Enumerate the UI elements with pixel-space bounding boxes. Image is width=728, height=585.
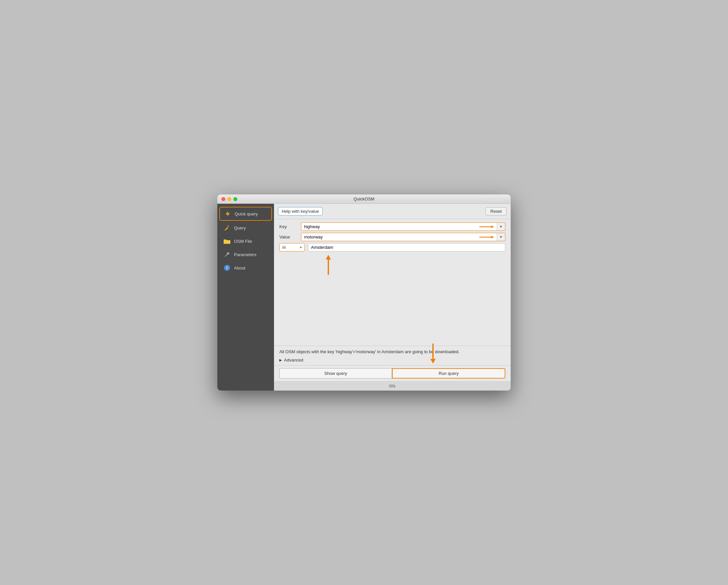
minimize-button[interactable] [227,197,231,201]
spacer [274,278,511,346]
buttons-section: Show query Run query [274,365,511,381]
up-arrow-annotation [326,255,331,275]
advanced-label: Advanced [284,358,303,362]
sidebar-item-osm-file[interactable]: OSM File [219,235,272,248]
sidebar-label-about: About [234,265,245,271]
key-input[interactable] [301,223,505,231]
value-label: Value [279,234,298,239]
window-body: Quick query Query [217,204,511,390]
folder-icon [223,237,231,245]
info-circle: i [224,265,230,271]
location-row: In Around Extent Not in ▼ [279,243,505,252]
sidebar-item-parameters[interactable]: Parameters [219,248,272,261]
location-input[interactable] [308,243,505,252]
window-controls [221,197,237,201]
description-area: All OSM objects with the key 'highway'='… [274,346,511,365]
svg-marker-11 [430,359,436,363]
maximize-button[interactable] [233,197,237,201]
sidebar-label-quick-query: Quick query [235,211,258,217]
value-input[interactable] [301,233,505,241]
key-row: Key ▼ [279,223,505,231]
svg-rect-10 [432,344,434,359]
window-title: QuickOSM [354,197,375,201]
wrench-icon [223,251,231,258]
run-query-button[interactable]: Run query [392,368,505,379]
svg-marker-0 [226,211,230,217]
value-input-wrapper: ▼ [301,233,505,241]
advanced-row[interactable]: ▶ Advanced [279,357,505,363]
sidebar-label-osm-file: OSM File [234,239,252,244]
key-label: Key [279,224,298,229]
form-area: Key ▼ Value [274,219,511,255]
lightning-icon [224,210,231,218]
sidebar-label-parameters: Parameters [234,252,256,257]
reset-button[interactable]: Reset [485,207,507,215]
main-content: Help with key/value Reset Key ▼ [274,204,511,390]
sidebar-item-about[interactable]: i About [219,261,272,274]
in-select-wrapper: In Around Extent Not in ▼ [279,243,305,252]
main-window: QuickOSM Quick query [217,195,511,390]
toolbar: Help with key/value Reset [274,204,511,219]
svg-marker-8 [326,255,331,259]
value-row: Value ▼ [279,233,505,241]
close-button[interactable] [221,197,225,201]
in-select[interactable]: In Around Extent Not in [280,244,304,251]
pencil-icon [223,224,231,231]
svg-rect-3 [227,225,229,227]
sidebar: Quick query Query [217,204,274,390]
key-dropdown-button[interactable]: ▼ [497,223,505,231]
progress-bar-area: 0% [274,381,511,390]
buttons-row: Show query Run query [274,365,511,381]
advanced-arrow-icon: ▶ [279,358,282,362]
help-button[interactable]: Help with key/value [278,207,323,215]
up-arrow-area [274,255,511,278]
progress-text: 0% [389,384,396,388]
value-dropdown-button[interactable]: ▼ [497,233,505,241]
down-arrow-svg [430,344,436,363]
info-icon: i [223,264,231,272]
show-query-button[interactable]: Show query [279,368,392,379]
up-arrow-svg [326,255,331,275]
sidebar-label-query: Query [234,226,246,230]
down-arrow-annotation [430,344,436,363]
svg-rect-1 [225,227,228,230]
key-input-wrapper: ▼ [301,223,505,231]
description-text: All OSM objects with the key 'highway'='… [279,349,505,354]
sidebar-item-query[interactable]: Query [219,222,272,234]
sidebar-item-quick-query[interactable]: Quick query [219,207,272,221]
svg-rect-9 [328,259,329,275]
title-bar: QuickOSM [217,195,511,204]
